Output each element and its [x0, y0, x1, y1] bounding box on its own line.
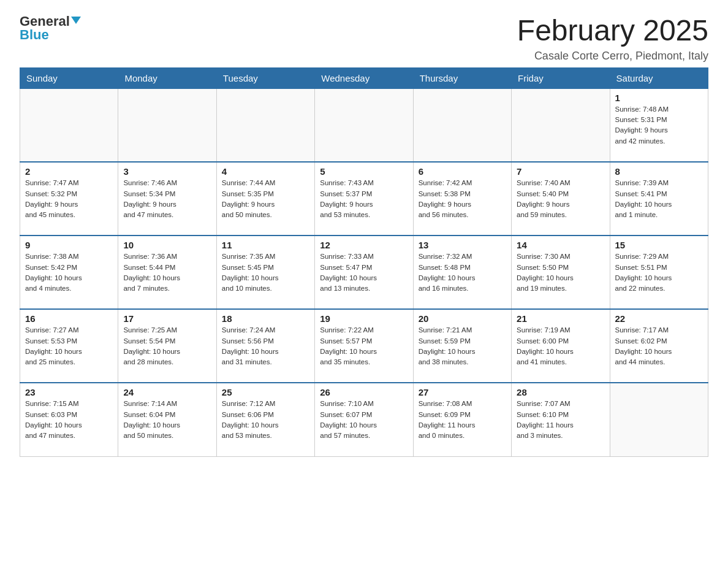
day-info: Sunrise: 7:35 AMSunset: 5:45 PMDaylight:…	[222, 251, 309, 294]
day-number: 19	[320, 313, 408, 324]
calendar-week-row: 16Sunrise: 7:27 AMSunset: 5:53 PMDayligh…	[20, 309, 708, 383]
day-info: Sunrise: 7:48 AMSunset: 5:31 PMDaylight:…	[615, 104, 703, 147]
table-row: 25Sunrise: 7:12 AMSunset: 6:06 PMDayligh…	[216, 383, 314, 456]
table-row: 10Sunrise: 7:36 AMSunset: 5:44 PMDayligh…	[118, 236, 216, 309]
table-row: 23Sunrise: 7:15 AMSunset: 6:03 PMDayligh…	[20, 383, 118, 456]
day-number: 8	[615, 166, 703, 177]
table-row	[118, 88, 216, 162]
day-info: Sunrise: 7:22 AMSunset: 5:57 PMDaylight:…	[320, 325, 408, 367]
table-row: 6Sunrise: 7:42 AMSunset: 5:38 PMDaylight…	[413, 162, 511, 236]
day-info: Sunrise: 7:43 AMSunset: 5:37 PMDaylight:…	[320, 178, 408, 220]
header-saturday: Saturday	[610, 67, 708, 88]
table-row: 5Sunrise: 7:43 AMSunset: 5:37 PMDaylight…	[315, 162, 413, 236]
day-number: 4	[222, 166, 309, 177]
table-row: 16Sunrise: 7:27 AMSunset: 5:53 PMDayligh…	[20, 309, 118, 383]
day-info: Sunrise: 7:27 AMSunset: 5:53 PMDaylight:…	[25, 325, 113, 367]
day-number: 23	[25, 387, 113, 397]
day-number: 9	[25, 240, 113, 250]
table-row: 7Sunrise: 7:40 AMSunset: 5:40 PMDaylight…	[512, 162, 610, 236]
day-number: 12	[320, 240, 408, 250]
day-number: 27	[419, 387, 506, 397]
table-row: 24Sunrise: 7:14 AMSunset: 6:04 PMDayligh…	[118, 383, 216, 456]
header-tuesday: Tuesday	[216, 67, 314, 88]
calendar-subtitle: Casale Corte Cerro, Piedmont, Italy	[517, 50, 708, 63]
day-number: 6	[419, 166, 506, 177]
table-row: 28Sunrise: 7:07 AMSunset: 6:10 PMDayligh…	[512, 383, 610, 456]
day-number: 17	[123, 313, 211, 324]
table-row: 21Sunrise: 7:19 AMSunset: 6:00 PMDayligh…	[512, 309, 610, 383]
table-row: 13Sunrise: 7:32 AMSunset: 5:48 PMDayligh…	[413, 236, 511, 309]
day-info: Sunrise: 7:44 AMSunset: 5:35 PMDaylight:…	[222, 178, 309, 220]
day-number: 3	[123, 166, 211, 177]
day-info: Sunrise: 7:24 AMSunset: 5:56 PMDaylight:…	[222, 325, 309, 367]
day-number: 22	[615, 313, 703, 324]
calendar-week-row: 9Sunrise: 7:38 AMSunset: 5:42 PMDaylight…	[20, 236, 708, 309]
day-info: Sunrise: 7:39 AMSunset: 5:41 PMDaylight:…	[615, 178, 703, 220]
calendar-header-row: Sunday Monday Tuesday Wednesday Thursday…	[20, 67, 708, 88]
day-info: Sunrise: 7:42 AMSunset: 5:38 PMDaylight:…	[419, 178, 506, 220]
table-row: 17Sunrise: 7:25 AMSunset: 5:54 PMDayligh…	[118, 309, 216, 383]
day-info: Sunrise: 7:21 AMSunset: 5:59 PMDaylight:…	[419, 325, 506, 367]
day-info: Sunrise: 7:14 AMSunset: 6:04 PMDaylight:…	[123, 399, 211, 441]
day-info: Sunrise: 7:25 AMSunset: 5:54 PMDaylight:…	[123, 325, 211, 367]
logo-blue: Blue	[20, 28, 49, 42]
table-row: 9Sunrise: 7:38 AMSunset: 5:42 PMDaylight…	[20, 236, 118, 309]
table-row: 2Sunrise: 7:47 AMSunset: 5:32 PMDaylight…	[20, 162, 118, 236]
header-thursday: Thursday	[413, 67, 511, 88]
logo-triangle-icon	[71, 17, 81, 24]
day-info: Sunrise: 7:19 AMSunset: 6:00 PMDaylight:…	[517, 325, 604, 367]
table-row: 11Sunrise: 7:35 AMSunset: 5:45 PMDayligh…	[216, 236, 314, 309]
table-row: 15Sunrise: 7:29 AMSunset: 5:51 PMDayligh…	[610, 236, 708, 309]
page-header: General Blue February 2025 Casale Corte …	[20, 15, 708, 63]
day-number: 28	[517, 387, 604, 397]
day-info: Sunrise: 7:15 AMSunset: 6:03 PMDaylight:…	[25, 399, 113, 441]
header-sunday: Sunday	[20, 67, 118, 88]
day-number: 7	[517, 166, 604, 177]
day-number: 26	[320, 387, 408, 397]
day-info: Sunrise: 7:29 AMSunset: 5:51 PMDaylight:…	[615, 251, 703, 294]
day-info: Sunrise: 7:38 AMSunset: 5:42 PMDaylight:…	[25, 251, 113, 294]
table-row: 26Sunrise: 7:10 AMSunset: 6:07 PMDayligh…	[315, 383, 413, 456]
table-row	[512, 88, 610, 162]
day-info: Sunrise: 7:46 AMSunset: 5:34 PMDaylight:…	[123, 178, 211, 220]
table-row	[216, 88, 314, 162]
day-number: 14	[517, 240, 604, 250]
day-number: 2	[25, 166, 113, 177]
day-number: 20	[419, 313, 506, 324]
day-number: 21	[517, 313, 604, 324]
day-info: Sunrise: 7:17 AMSunset: 6:02 PMDaylight:…	[615, 325, 703, 367]
day-info: Sunrise: 7:30 AMSunset: 5:50 PMDaylight:…	[517, 251, 604, 294]
header-monday: Monday	[118, 67, 216, 88]
table-row: 14Sunrise: 7:30 AMSunset: 5:50 PMDayligh…	[512, 236, 610, 309]
day-info: Sunrise: 7:36 AMSunset: 5:44 PMDaylight:…	[123, 251, 211, 294]
table-row: 8Sunrise: 7:39 AMSunset: 5:41 PMDaylight…	[610, 162, 708, 236]
day-info: Sunrise: 7:32 AMSunset: 5:48 PMDaylight:…	[419, 251, 506, 294]
calendar-week-row: 2Sunrise: 7:47 AMSunset: 5:32 PMDaylight…	[20, 162, 708, 236]
table-row: 20Sunrise: 7:21 AMSunset: 5:59 PMDayligh…	[413, 309, 511, 383]
calendar-week-row: 23Sunrise: 7:15 AMSunset: 6:03 PMDayligh…	[20, 383, 708, 456]
day-number: 24	[123, 387, 211, 397]
day-info: Sunrise: 7:40 AMSunset: 5:40 PMDaylight:…	[517, 178, 604, 220]
day-number: 10	[123, 240, 211, 250]
calendar-week-row: 1Sunrise: 7:48 AMSunset: 5:31 PMDaylight…	[20, 88, 708, 162]
logo-general: General	[20, 15, 70, 28]
day-info: Sunrise: 7:33 AMSunset: 5:47 PMDaylight:…	[320, 251, 408, 294]
table-row	[20, 88, 118, 162]
day-number: 5	[320, 166, 408, 177]
table-row: 3Sunrise: 7:46 AMSunset: 5:34 PMDaylight…	[118, 162, 216, 236]
day-number: 16	[25, 313, 113, 324]
title-block: February 2025 Casale Corte Cerro, Piedmo…	[517, 15, 708, 63]
day-number: 13	[419, 240, 506, 250]
table-row: 1Sunrise: 7:48 AMSunset: 5:31 PMDaylight…	[610, 88, 708, 162]
day-info: Sunrise: 7:07 AMSunset: 6:10 PMDaylight:…	[517, 399, 604, 441]
table-row: 19Sunrise: 7:22 AMSunset: 5:57 PMDayligh…	[315, 309, 413, 383]
table-row: 12Sunrise: 7:33 AMSunset: 5:47 PMDayligh…	[315, 236, 413, 309]
header-wednesday: Wednesday	[315, 67, 413, 88]
table-row	[315, 88, 413, 162]
table-row: 27Sunrise: 7:08 AMSunset: 6:09 PMDayligh…	[413, 383, 511, 456]
header-friday: Friday	[512, 67, 610, 88]
day-info: Sunrise: 7:47 AMSunset: 5:32 PMDaylight:…	[25, 178, 113, 220]
day-number: 1	[615, 93, 703, 103]
day-number: 18	[222, 313, 309, 324]
table-row: 22Sunrise: 7:17 AMSunset: 6:02 PMDayligh…	[610, 309, 708, 383]
